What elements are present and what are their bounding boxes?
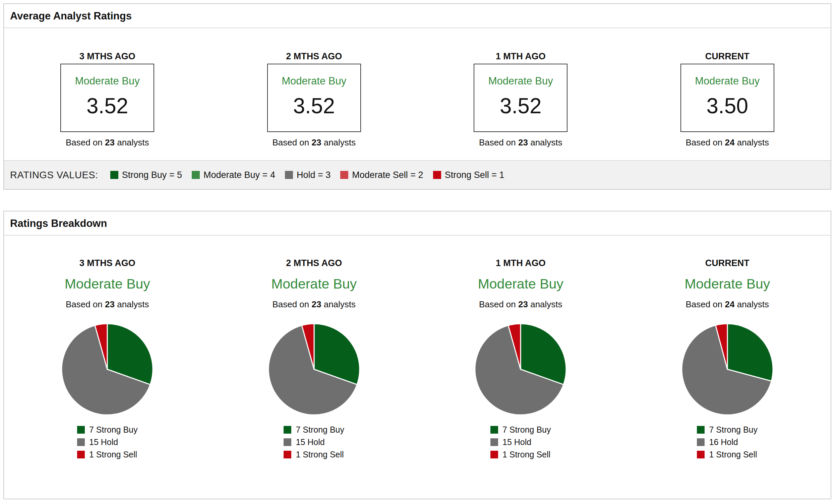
analyst-count: 24 (725, 299, 735, 309)
strong-sell-color-swatch (284, 451, 291, 458)
period-label: 3 MTHS AGO (79, 258, 136, 268)
strong-buy-color-swatch (697, 426, 705, 434)
moderate-sell-color-swatch (340, 171, 348, 179)
pie-legend-label: 1 Strong Sell (296, 450, 343, 459)
pie-legend-row: 7 Strong Buy (491, 425, 551, 434)
rating-label: Moderate Buy (271, 276, 357, 292)
pie-legend-label: 7 Strong Buy (502, 425, 551, 434)
based-on-text: Based on 23 analysts (479, 138, 563, 147)
rating-label: Moderate Buy (65, 276, 150, 292)
rating-label: Moderate Buy (474, 75, 567, 87)
panel-title: Average Analyst Ratings (4, 4, 831, 28)
breakdown-column: 3 MTHS AGO Moderate Buy Based on 23 anal… (4, 258, 211, 459)
analyst-count: 24 (725, 138, 735, 147)
pie-chart (680, 322, 774, 416)
pie-legend-row: 15 Hold (491, 438, 551, 447)
ratings-values-bar: RATINGS VALUES: Strong Buy = 5 Moderate … (4, 160, 831, 189)
pie-legend-row: 15 Hold (77, 438, 138, 447)
average-rating-column: CURRENT Moderate Buy 3.50 Based on 24 an… (624, 51, 831, 147)
pie-legend-label: 15 Hold (502, 438, 531, 447)
based-on-suffix: analysts (324, 299, 356, 309)
panel-title: Ratings Breakdown (4, 212, 831, 236)
pie-legend-label: 15 Hold (89, 438, 118, 447)
based-on-suffix: analysts (117, 138, 149, 147)
legend-item-hold: Hold = 3 (285, 170, 331, 180)
legend-item-strong-sell: Strong Sell = 1 (433, 170, 504, 180)
pie-legend-row: 1 Strong Sell (77, 450, 138, 459)
analyst-count: 23 (312, 299, 321, 309)
based-on-text: Based on 23 analysts (272, 299, 356, 309)
based-on-text: Based on 23 analysts (66, 299, 149, 309)
legend-item-label: Moderate Buy = 4 (203, 170, 275, 180)
pie-legend-row: 1 Strong Sell (697, 450, 757, 459)
legend-item-label: Strong Buy = 5 (122, 170, 182, 180)
pie-legend-row: 7 Strong Buy (697, 425, 757, 434)
analyst-count: 23 (312, 138, 321, 147)
period-label: CURRENT (705, 51, 749, 62)
hold-color-swatch (697, 438, 705, 446)
based-on-suffix: analysts (117, 299, 149, 309)
pie-chart (60, 322, 155, 416)
strong-buy-color-swatch (491, 426, 498, 434)
based-on-suffix: analysts (737, 299, 769, 309)
based-on-prefix: Based on (479, 138, 516, 147)
based-on-prefix: Based on (272, 138, 309, 147)
ratings-values-label: RATINGS VALUES: (10, 169, 98, 181)
legend-item-moderate-buy: Moderate Buy = 4 (192, 170, 275, 180)
legend-item-moderate-sell: Moderate Sell = 2 (340, 170, 423, 180)
based-on-suffix: analysts (530, 138, 562, 147)
based-on-prefix: Based on (272, 299, 309, 309)
period-label: 3 MTHS AGO (79, 51, 136, 62)
rating-box: Moderate Buy 3.50 (680, 64, 774, 132)
pie-legend-row: 1 Strong Sell (284, 450, 344, 459)
breakdown-column: 1 MTH AGO Moderate Buy Based on 23 analy… (417, 258, 624, 459)
breakdown-column: 2 MTHS AGO Moderate Buy Based on 23 anal… (211, 258, 418, 459)
based-on-prefix: Based on (685, 138, 723, 147)
based-on-suffix: analysts (737, 138, 769, 147)
pie-legend: 7 Strong Buy 16 Hold 1 Strong Sell (697, 425, 757, 459)
pie-legend-label: 1 Strong Sell (502, 450, 550, 459)
rating-label: Moderate Buy (478, 276, 564, 292)
analyst-count: 23 (105, 138, 114, 147)
strong-sell-color-swatch (491, 451, 498, 458)
period-label: CURRENT (705, 258, 749, 268)
pie-legend-label: 7 Strong Buy (709, 425, 757, 434)
based-on-prefix: Based on (479, 299, 516, 309)
average-analyst-ratings-panel: Average Analyst Ratings 3 MTHS AGO Moder… (3, 3, 831, 190)
based-on-text: Based on 24 analysts (685, 138, 769, 147)
rating-label: Moderate Buy (684, 276, 770, 292)
ratings-breakdown-panel: Ratings Breakdown 3 MTHS AGO Moderate Bu… (3, 211, 831, 499)
pie-legend-label: 1 Strong Sell (89, 450, 137, 459)
period-label: 1 MTH AGO (496, 258, 546, 268)
pie-chart (473, 322, 568, 416)
pie-legend-label: 16 Hold (709, 438, 738, 447)
rating-label: Moderate Buy (681, 75, 774, 87)
strong-buy-color-swatch (110, 171, 118, 179)
rating-value: 3.52 (474, 94, 567, 117)
based-on-text: Based on 24 analysts (685, 299, 769, 309)
analyst-count: 23 (518, 138, 528, 147)
pie-legend-label: 1 Strong Sell (709, 450, 757, 459)
legend-item-label: Strong Sell = 1 (445, 170, 504, 180)
breakdown-columns: 3 MTHS AGO Moderate Buy Based on 23 anal… (4, 236, 831, 459)
based-on-prefix: Based on (685, 299, 723, 309)
legend-item-label: Hold = 3 (297, 170, 331, 180)
period-label: 1 MTH AGO (496, 51, 546, 62)
average-rating-column: 3 MTHS AGO Moderate Buy 3.52 Based on 23… (4, 51, 211, 147)
pie-legend-label: 7 Strong Buy (296, 425, 344, 434)
pie-legend-label: 7 Strong Buy (89, 425, 138, 434)
based-on-text: Based on 23 analysts (479, 299, 563, 309)
rating-value: 3.52 (61, 94, 154, 117)
strong-sell-color-swatch (77, 451, 85, 458)
rating-box: Moderate Buy 3.52 (60, 64, 154, 132)
hold-color-swatch (285, 171, 293, 179)
rating-label: Moderate Buy (61, 75, 154, 87)
pie-legend: 7 Strong Buy 15 Hold 1 Strong Sell (77, 425, 138, 459)
rating-box: Moderate Buy 3.52 (267, 64, 361, 132)
rating-box: Moderate Buy 3.52 (474, 64, 568, 132)
pie-legend-row: 7 Strong Buy (284, 425, 344, 434)
rating-value: 3.50 (681, 94, 774, 117)
legend-item-label: Moderate Sell = 2 (352, 170, 423, 180)
pie-legend-row: 16 Hold (697, 438, 757, 447)
average-ratings-columns: 3 MTHS AGO Moderate Buy 3.52 Based on 23… (4, 28, 831, 147)
